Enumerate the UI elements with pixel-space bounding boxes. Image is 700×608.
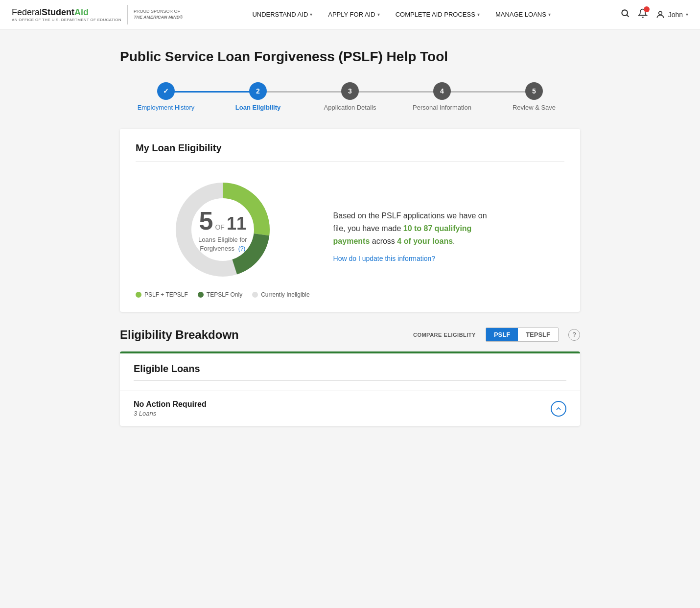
step-label-5: Review & Save bbox=[513, 104, 556, 111]
loans-highlight: 4 of your loans bbox=[397, 237, 453, 245]
toggle-tepslf[interactable]: TEPSLF bbox=[518, 328, 558, 341]
no-action-sub: 3 Loans bbox=[134, 410, 207, 417]
chevron-down-icon: ▾ bbox=[477, 12, 480, 17]
user-menu[interactable]: John ▾ bbox=[655, 10, 688, 20]
logo-area: FederalStudentAid An Office of the U.S. … bbox=[12, 5, 183, 24]
step-1: ✓ Employment History bbox=[120, 82, 212, 111]
page-title: Public Service Loan Forgiveness (PSLF) H… bbox=[120, 49, 580, 65]
total-count: 11 bbox=[227, 213, 246, 234]
legend-dot-pslf bbox=[136, 292, 141, 298]
expand-no-action-button[interactable] bbox=[551, 401, 566, 417]
donut-chart: 5 OF 11 Loans Eligible for Forgiveness (… bbox=[169, 176, 277, 283]
nav-complete-aid-process[interactable]: COMPLETE AID PROCESS ▾ bbox=[389, 7, 487, 22]
no-action-row: No Action Required 3 Loans bbox=[120, 391, 580, 426]
eligible-divider bbox=[134, 380, 566, 381]
donut-label: Loans Eligible for Forgiveness (?) bbox=[198, 235, 247, 253]
notification-badge bbox=[644, 6, 650, 12]
donut-help-icon[interactable]: (?) bbox=[238, 245, 246, 252]
main-content: Public Service Loan Forgiveness (PSLF) H… bbox=[110, 29, 590, 445]
step-2: 2 Loan Eligibility bbox=[212, 82, 304, 111]
svg-point-2 bbox=[658, 11, 662, 15]
step-5: 5 Review & Save bbox=[488, 82, 580, 111]
logo-divider bbox=[127, 5, 128, 24]
site-header: FederalStudentAid An Office of the U.S. … bbox=[0, 0, 700, 29]
donut-center: 5 OF 11 Loans Eligible for Forgiveness (… bbox=[198, 206, 247, 253]
loan-eligibility-card: My Loan Eligibility 5 bbox=[120, 129, 580, 312]
card-divider bbox=[136, 162, 564, 162]
chevron-down-icon: ▾ bbox=[548, 12, 551, 17]
eligibility-breakdown-section: Eligibility Breakdown COMPARE ELIGIBLITY… bbox=[120, 327, 580, 426]
eligible-count: 5 bbox=[199, 206, 213, 235]
info-paragraph: Based on the PSLF applications we have o… bbox=[333, 210, 500, 247]
chevron-down-icon: ▾ bbox=[686, 12, 688, 17]
step-label-4: Personal Information bbox=[413, 104, 471, 111]
update-info-link[interactable]: How do I update this information? bbox=[333, 253, 500, 264]
eligible-loans-title: Eligible Loans bbox=[134, 363, 566, 374]
nav-understand-aid[interactable]: UNDERSTAND AID ▾ bbox=[245, 7, 319, 22]
legend-ineligible: Currently Ineligible bbox=[252, 291, 309, 298]
legend-pslf-tepslf: PSLF + TEPSLF bbox=[136, 291, 188, 298]
step-label-1: Employment History bbox=[138, 104, 194, 111]
step-3: 3 Application Details bbox=[304, 82, 396, 111]
breakdown-header: Eligibility Breakdown COMPARE ELIGIBLITY… bbox=[120, 327, 580, 342]
legend-dot-ineligible bbox=[252, 292, 258, 298]
loan-content: 5 OF 11 Loans Eligible for Forgiveness (… bbox=[136, 176, 564, 298]
eligible-loans-header: Eligible Loans bbox=[120, 353, 580, 391]
loan-eligibility-title: My Loan Eligibility bbox=[136, 142, 564, 154]
info-text-area: Based on the PSLF applications we have o… bbox=[333, 210, 500, 264]
chevron-down-icon: ▾ bbox=[377, 12, 380, 17]
step-label-2: Loan Eligibility bbox=[235, 104, 280, 111]
step-circle-5: 5 bbox=[525, 82, 543, 100]
step-circle-2: 2 bbox=[249, 82, 267, 100]
step-label-3: Application Details bbox=[324, 104, 376, 111]
step-circle-1: ✓ bbox=[157, 82, 175, 100]
compare-label: COMPARE ELIGIBLITY bbox=[413, 332, 476, 338]
notification-button[interactable] bbox=[638, 8, 648, 21]
chart-area: 5 OF 11 Loans Eligible for Forgiveness (… bbox=[136, 176, 310, 298]
nav-manage-loans[interactable]: MANAGE LOANS ▾ bbox=[489, 7, 558, 22]
no-action-text: No Action Required 3 Loans bbox=[134, 400, 207, 417]
step-circle-3: 3 bbox=[341, 82, 359, 100]
compare-help-icon[interactable]: ? bbox=[568, 329, 580, 341]
nav-apply-for-aid[interactable]: APPLY FOR AID ▾ bbox=[321, 7, 386, 22]
search-button[interactable] bbox=[620, 8, 630, 21]
no-action-title: No Action Required bbox=[134, 400, 207, 408]
eligible-card: Eligible Loans No Action Required 3 Loan… bbox=[120, 351, 580, 426]
svg-point-0 bbox=[622, 10, 628, 16]
eligibility-toggle-group: PSLF TEPSLF bbox=[486, 327, 559, 342]
sponsor-text: Proud Sponsor of the American Mind® bbox=[134, 9, 183, 20]
logo-sub: An Office of the U.S. Department of Educ… bbox=[12, 18, 121, 22]
main-nav: UNDERSTAND AID ▾ APPLY FOR AID ▾ COMPLET… bbox=[193, 7, 610, 22]
step-circle-4: 4 bbox=[433, 82, 451, 100]
svg-line-1 bbox=[627, 15, 629, 17]
header-icons: John ▾ bbox=[620, 8, 688, 21]
toggle-pslf[interactable]: PSLF bbox=[486, 328, 518, 341]
breakdown-title: Eligibility Breakdown bbox=[120, 328, 403, 342]
legend-dot-tepslf bbox=[198, 292, 204, 298]
progress-stepper: ✓ Employment History 2 Loan Eligibility … bbox=[120, 82, 580, 111]
chevron-down-icon: ▾ bbox=[310, 12, 312, 17]
of-label: OF bbox=[215, 223, 224, 231]
logo-text: FederalStudentAid An Office of the U.S. … bbox=[12, 7, 121, 22]
legend-tepslf-only: TEPSLF Only bbox=[198, 291, 242, 298]
step-4: 4 Personal Information bbox=[396, 82, 488, 111]
logo-main: FederalStudentAid bbox=[12, 7, 121, 18]
chart-legend: PSLF + TEPSLF TEPSLF Only Currently Inel… bbox=[136, 291, 310, 298]
